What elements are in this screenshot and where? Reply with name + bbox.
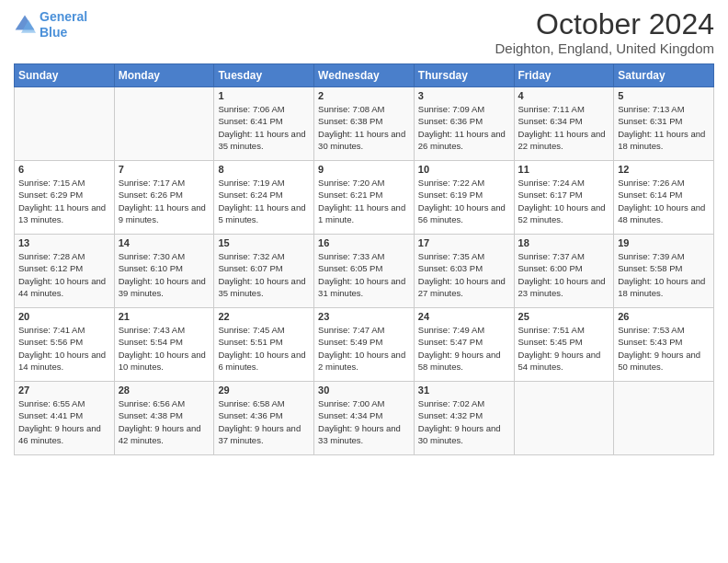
- day-content: Sunrise: 7:06 AMSunset: 6:41 PMDaylight:…: [218, 103, 310, 152]
- day-cell: 12Sunrise: 7:26 AMSunset: 6:14 PMDayligh…: [614, 161, 714, 235]
- calendar-header: SundayMondayTuesdayWednesdayThursdayFrid…: [15, 64, 714, 87]
- week-row-3: 13Sunrise: 7:28 AMSunset: 6:12 PMDayligh…: [15, 235, 714, 308]
- day-content: Sunrise: 7:43 AMSunset: 5:54 PMDaylight:…: [119, 324, 210, 373]
- day-content: Sunrise: 7:35 AMSunset: 6:03 PMDaylight:…: [418, 250, 510, 299]
- logo-text: General Blue: [40, 9, 87, 40]
- day-number: 31: [418, 385, 510, 396]
- calendar-table: SundayMondayTuesdayWednesdayThursdayFrid…: [14, 63, 714, 455]
- title-block: October 2024 Deighton, England, United K…: [495, 9, 715, 56]
- logo-icon: [14, 14, 36, 36]
- day-content: Sunrise: 7:09 AMSunset: 6:36 PMDaylight:…: [418, 103, 510, 152]
- week-row-1: 1Sunrise: 7:06 AMSunset: 6:41 PMDaylight…: [15, 87, 714, 161]
- day-content: Sunrise: 7:41 AMSunset: 5:56 PMDaylight:…: [18, 324, 110, 373]
- day-cell: 15Sunrise: 7:32 AMSunset: 6:07 PMDayligh…: [214, 235, 314, 308]
- logo-line1: General: [40, 9, 87, 24]
- day-cell: 24Sunrise: 7:49 AMSunset: 5:47 PMDayligh…: [414, 308, 514, 382]
- day-cell: 5Sunrise: 7:13 AMSunset: 6:31 PMDaylight…: [614, 87, 714, 161]
- day-cell: 2Sunrise: 7:08 AMSunset: 6:38 PMDaylight…: [314, 87, 415, 161]
- day-content: Sunrise: 7:37 AMSunset: 6:00 PMDaylight:…: [518, 250, 610, 299]
- week-row-2: 6Sunrise: 7:15 AMSunset: 6:29 PMDaylight…: [15, 161, 714, 235]
- day-content: Sunrise: 6:58 AMSunset: 4:36 PMDaylight:…: [218, 397, 310, 446]
- day-number: 12: [618, 164, 710, 175]
- logo: General Blue: [14, 9, 87, 40]
- week-row-4: 20Sunrise: 7:41 AMSunset: 5:56 PMDayligh…: [15, 308, 714, 382]
- header-cell-tuesday: Tuesday: [214, 64, 314, 87]
- day-number: 29: [218, 385, 310, 396]
- day-number: 11: [518, 164, 610, 175]
- day-number: 28: [119, 385, 210, 396]
- day-cell: 11Sunrise: 7:24 AMSunset: 6:17 PMDayligh…: [514, 161, 614, 235]
- day-content: Sunrise: 7:11 AMSunset: 6:34 PMDaylight:…: [518, 103, 610, 152]
- logo-line2: Blue: [40, 25, 67, 40]
- day-content: Sunrise: 7:49 AMSunset: 5:47 PMDaylight:…: [418, 324, 510, 373]
- day-cell: 7Sunrise: 7:17 AMSunset: 6:26 PMDaylight…: [114, 161, 214, 235]
- day-content: Sunrise: 7:45 AMSunset: 5:51 PMDaylight:…: [218, 324, 310, 373]
- day-number: 4: [518, 90, 610, 101]
- day-cell: 19Sunrise: 7:39 AMSunset: 5:58 PMDayligh…: [614, 235, 714, 308]
- day-cell: 1Sunrise: 7:06 AMSunset: 6:41 PMDaylight…: [214, 87, 314, 161]
- day-cell: 26Sunrise: 7:53 AMSunset: 5:43 PMDayligh…: [614, 308, 714, 382]
- day-number: 14: [119, 237, 210, 248]
- day-content: Sunrise: 7:15 AMSunset: 6:29 PMDaylight:…: [18, 177, 110, 225]
- day-content: Sunrise: 7:51 AMSunset: 5:45 PMDaylight:…: [518, 324, 610, 373]
- day-cell: 30Sunrise: 7:00 AMSunset: 4:34 PMDayligh…: [314, 382, 415, 455]
- day-content: Sunrise: 7:08 AMSunset: 6:38 PMDaylight:…: [318, 103, 410, 152]
- day-content: Sunrise: 7:24 AMSunset: 6:17 PMDaylight:…: [518, 177, 610, 225]
- day-number: 5: [618, 90, 710, 101]
- day-content: Sunrise: 7:00 AMSunset: 4:34 PMDaylight:…: [318, 397, 410, 446]
- day-content: Sunrise: 7:13 AMSunset: 6:31 PMDaylight:…: [618, 103, 710, 152]
- header-cell-saturday: Saturday: [614, 64, 714, 87]
- day-content: Sunrise: 7:20 AMSunset: 6:21 PMDaylight:…: [318, 177, 410, 225]
- day-content: Sunrise: 7:26 AMSunset: 6:14 PMDaylight:…: [618, 177, 710, 225]
- header: General Blue October 2024 Deighton, Engl…: [14, 9, 714, 56]
- day-content: Sunrise: 7:47 AMSunset: 5:49 PMDaylight:…: [318, 324, 410, 373]
- day-cell: 22Sunrise: 7:45 AMSunset: 5:51 PMDayligh…: [214, 308, 314, 382]
- header-cell-thursday: Thursday: [414, 64, 514, 87]
- day-cell: 27Sunrise: 6:55 AMSunset: 4:41 PMDayligh…: [15, 382, 115, 455]
- day-number: 13: [18, 237, 110, 248]
- day-number: 30: [318, 385, 410, 396]
- day-number: 7: [119, 164, 210, 175]
- header-cell-monday: Monday: [114, 64, 214, 87]
- day-content: Sunrise: 7:17 AMSunset: 6:26 PMDaylight:…: [119, 177, 210, 225]
- day-content: Sunrise: 7:02 AMSunset: 4:32 PMDaylight:…: [418, 397, 510, 446]
- day-cell: [514, 382, 614, 455]
- day-number: 21: [119, 311, 210, 322]
- day-number: 6: [18, 164, 110, 175]
- day-content: Sunrise: 7:39 AMSunset: 5:58 PMDaylight:…: [618, 250, 710, 299]
- day-number: 3: [418, 90, 510, 101]
- header-row: SundayMondayTuesdayWednesdayThursdayFrid…: [15, 64, 714, 87]
- day-cell: [614, 382, 714, 455]
- header-cell-wednesday: Wednesday: [314, 64, 415, 87]
- day-content: Sunrise: 7:19 AMSunset: 6:24 PMDaylight:…: [218, 177, 310, 225]
- day-content: Sunrise: 7:30 AMSunset: 6:10 PMDaylight:…: [119, 250, 210, 299]
- day-number: 25: [518, 311, 610, 322]
- day-cell: 18Sunrise: 7:37 AMSunset: 6:00 PMDayligh…: [514, 235, 614, 308]
- day-cell: 6Sunrise: 7:15 AMSunset: 6:29 PMDaylight…: [15, 161, 115, 235]
- day-cell: 10Sunrise: 7:22 AMSunset: 6:19 PMDayligh…: [414, 161, 514, 235]
- day-cell: 4Sunrise: 7:11 AMSunset: 6:34 PMDaylight…: [514, 87, 614, 161]
- day-cell: 13Sunrise: 7:28 AMSunset: 6:12 PMDayligh…: [15, 235, 115, 308]
- day-number: 10: [418, 164, 510, 175]
- calendar-body: 1Sunrise: 7:06 AMSunset: 6:41 PMDaylight…: [15, 87, 714, 455]
- header-cell-sunday: Sunday: [15, 64, 115, 87]
- day-cell: 29Sunrise: 6:58 AMSunset: 4:36 PMDayligh…: [214, 382, 314, 455]
- day-content: Sunrise: 7:28 AMSunset: 6:12 PMDaylight:…: [18, 250, 110, 299]
- day-number: 19: [618, 237, 710, 248]
- day-number: 17: [418, 237, 510, 248]
- day-cell: 16Sunrise: 7:33 AMSunset: 6:05 PMDayligh…: [314, 235, 415, 308]
- day-cell: 3Sunrise: 7:09 AMSunset: 6:36 PMDaylight…: [414, 87, 514, 161]
- day-number: 26: [618, 311, 710, 322]
- day-cell: [15, 87, 115, 161]
- day-cell: 28Sunrise: 6:56 AMSunset: 4:38 PMDayligh…: [114, 382, 214, 455]
- day-cell: 9Sunrise: 7:20 AMSunset: 6:21 PMDaylight…: [314, 161, 415, 235]
- day-number: 1: [218, 90, 310, 101]
- day-cell: 25Sunrise: 7:51 AMSunset: 5:45 PMDayligh…: [514, 308, 614, 382]
- day-content: Sunrise: 7:22 AMSunset: 6:19 PMDaylight:…: [418, 177, 510, 225]
- header-cell-friday: Friday: [514, 64, 614, 87]
- day-cell: [114, 87, 214, 161]
- location: Deighton, England, United Kingdom: [495, 40, 715, 56]
- day-number: 8: [218, 164, 310, 175]
- week-row-5: 27Sunrise: 6:55 AMSunset: 4:41 PMDayligh…: [15, 382, 714, 455]
- day-number: 16: [318, 237, 410, 248]
